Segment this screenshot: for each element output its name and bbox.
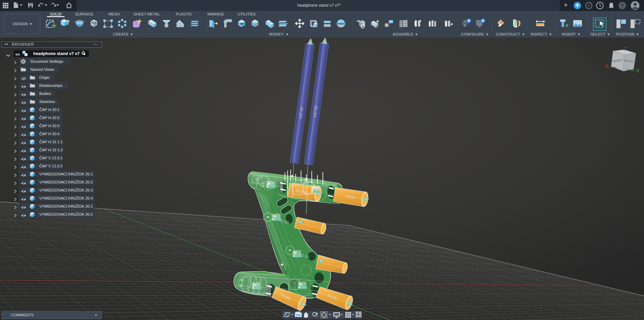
svg-text:X: X [605, 63, 608, 69]
svg-text:?: ? [621, 3, 624, 8]
svg-text:Y: Y [636, 68, 640, 73]
svg-text:Z: Z [624, 46, 627, 51]
